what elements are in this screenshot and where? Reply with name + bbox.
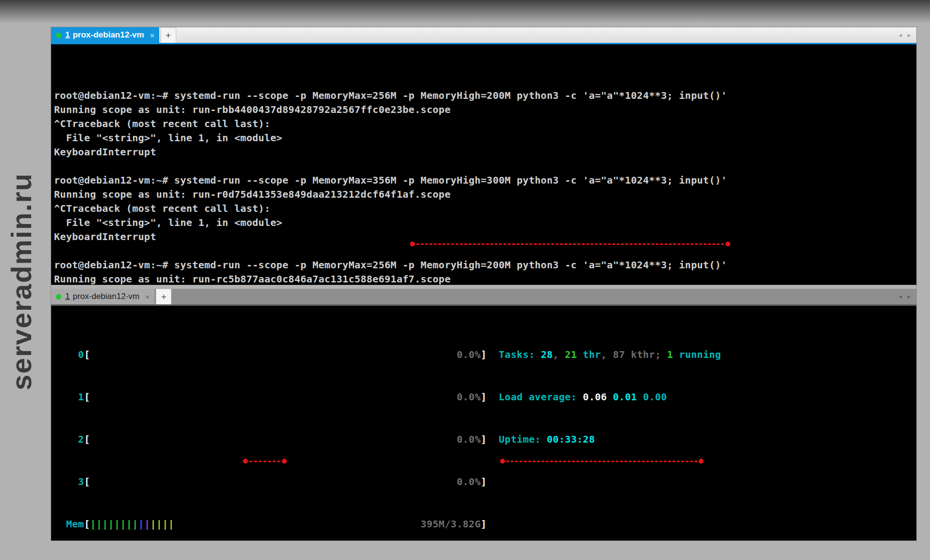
cpu2-meter: 2[ 0.0%] Uptime: 00:33:28 [54, 432, 916, 447]
scroll-tabs-right-icon[interactable]: ▸ [908, 293, 911, 300]
tab-prox-debian12-vm-top[interactable]: 1 prox-debian12-vm × [51, 27, 159, 43]
cpu0-meter: 0[ 0.0%] Tasks: 28, 21 thr, 87 kthr; 1 r… [54, 348, 916, 362]
annotation-underline-memoryhigh-command [412, 243, 728, 245]
scroll-tabs-left-icon[interactable]: ◂ [899, 293, 902, 300]
tab-prox-debian12-vm-bottom[interactable]: 1 prox-debian12-vm × [51, 289, 154, 304]
scroll-tabs-right-icon[interactable]: ▸ [908, 32, 911, 38]
memory-meter: Mem[|||||||||||||| 395M/3.82G] [54, 517, 916, 531]
close-tab-icon[interactable]: × [145, 293, 149, 301]
tab-title: prox-debian12-vm [73, 292, 139, 301]
terminal-output-top[interactable]: root@debian12-vm:~# systemd-run --scope … [51, 44, 916, 285]
session-status-icon [56, 294, 61, 299]
tab-title: prox-debian12-vm [73, 30, 144, 40]
desktop-top-gradient [0, 0, 930, 23]
terminal-window: 1 prox-debian12-vm × + ◂ ▸ root@debian12… [51, 27, 916, 541]
new-tab-button[interactable]: + [161, 27, 176, 43]
tab-index: 1 [65, 30, 70, 40]
session-status-icon [56, 33, 61, 38]
htop-screen[interactable]: 0[ 0.0%] Tasks: 28, 21 thr, 87 kthr; 1 r… [51, 306, 916, 541]
terminal-lines: root@debian12-vm:~# systemd-run --scope … [54, 89, 916, 285]
tab-bar-bottom: 1 prox-debian12-vm × + ◂ ▸ [51, 289, 916, 306]
annotation-underline-res-202m [245, 461, 285, 462]
close-tab-icon[interactable]: × [150, 31, 154, 39]
new-tab-button[interactable]: + [156, 289, 171, 304]
scroll-tabs-left-icon[interactable]: ◂ [899, 32, 902, 38]
cpu1-meter: 1[ 0.0%] Load average: 0.06 0.01 0.00 [54, 390, 916, 404]
watermark: serveradmin.ru [5, 172, 37, 390]
annotation-underline-python-command [502, 461, 702, 462]
cpu3-meter: 3[ 0.0%] [54, 475, 916, 489]
tab-index: 1 [65, 292, 70, 301]
window-divider [51, 285, 916, 289]
tab-bar-top: 1 prox-debian12-vm × + ◂ ▸ [51, 27, 916, 44]
